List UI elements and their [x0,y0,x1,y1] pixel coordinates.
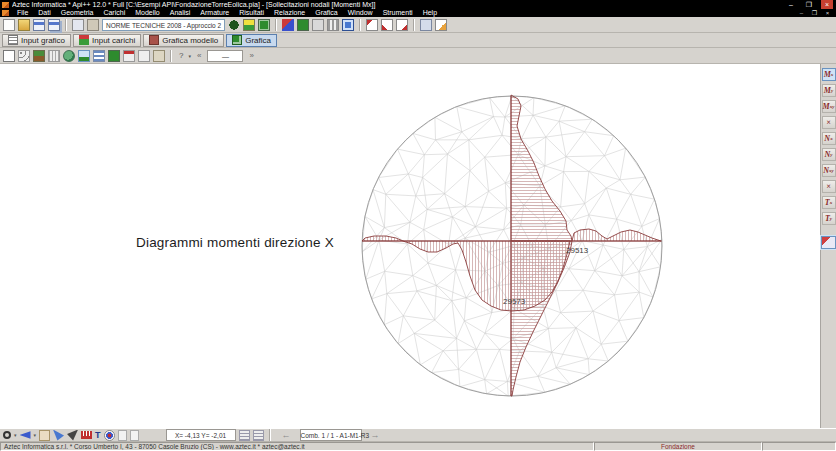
hatch-view-icon[interactable] [48,50,60,62]
tab-label: Input carichi [92,36,135,45]
back-view-icon[interactable] [20,430,31,441]
copy-view-icon[interactable] [130,430,139,441]
back-caret-icon[interactable]: ▾ [34,432,37,438]
bands-view-icon[interactable] [93,50,105,62]
caret-down-icon[interactable]: ▾ [188,53,191,59]
menu-help[interactable]: Help [418,9,442,17]
select-cursor-icon[interactable] [53,430,64,441]
pan-hand-icon[interactable] [39,430,50,441]
strata-view-icon[interactable] [33,50,45,62]
grid-options-icon[interactable] [327,19,339,31]
units-icon[interactable] [72,19,84,31]
deformed-view-icon[interactable] [63,50,75,62]
child-restore-button[interactable]: ❐ [810,9,819,17]
context-panel: Fondazione [594,442,762,451]
stratigraphy-icon[interactable] [243,19,255,31]
normative-icon[interactable] [87,19,99,31]
coordinates-readout: X= -4,13 Y= -2,01 [166,429,236,441]
close-button[interactable]: × [821,0,833,9]
titlebar: Aztec Informatica * Api++ 12.0 * Full [C… [0,0,836,9]
zoom-icon[interactable] [3,431,11,439]
tab-input-carichi[interactable]: Input carichi [73,34,141,47]
nodes-view-icon[interactable] [18,50,30,62]
side-button-mx[interactable]: Mx [822,68,836,81]
next-scale-button[interactable]: » [246,50,256,62]
moment-x-right [572,229,661,241]
table-results-2-icon[interactable] [381,19,393,31]
menu-risultati[interactable]: Risultati [234,9,269,17]
side-button-mxy[interactable]: Mxy [822,100,836,113]
mesh-icon[interactable] [258,19,270,31]
child-close-button[interactable]: × [823,9,832,17]
child-minimize-button[interactable]: – [797,9,806,17]
material-icon[interactable] [228,19,240,31]
plate-results-icon[interactable] [821,236,836,249]
menu-geometria[interactable]: Geometria [56,9,99,17]
menu-strumenti[interactable]: Strumenti [378,9,418,17]
table-results-3-icon[interactable] [396,19,408,31]
snap-points-icon[interactable] [253,430,264,441]
menu-analisi[interactable]: Analisi [165,9,196,17]
side-button-tx[interactable]: Tx [822,196,836,209]
snap-grid-icon[interactable] [239,430,250,441]
side-button-nx[interactable]: Nx [822,132,836,145]
model-view-icon [149,35,159,45]
side-button-x-7[interactable]: × [822,180,836,193]
menu-modello[interactable]: Modello [130,9,165,17]
filled-view-icon[interactable] [108,50,120,62]
menu-dati[interactable]: Dati [33,9,55,17]
side-button-x-3[interactable]: × [822,116,836,129]
tab-grafica-modello[interactable]: Grafica modello [143,34,224,47]
curve-view-icon[interactable] [138,50,150,62]
help-button[interactable]: ? [177,51,185,60]
results-side-toolbar: MxMyMxy×NxNyNxy×TxTy [820,64,836,428]
notify-icon[interactable] [312,19,324,31]
outline-view-icon[interactable] [3,50,15,62]
chart-view-icon[interactable] [123,50,135,62]
table-results-1-icon[interactable] [366,19,378,31]
moment-x-main [403,241,570,311]
prev-scale-button[interactable]: « [194,50,204,62]
scale-field[interactable]: — [207,50,243,62]
menu-file[interactable]: File [12,9,33,17]
norme-combo[interactable]: NORME TECNICHE 2008 - Approccio 2 [102,19,225,31]
grid-icon [8,35,18,45]
separator [413,19,415,31]
prev-combination-button[interactable]: ← [276,429,297,441]
open-file-icon[interactable] [18,19,30,31]
text-tool-icon[interactable]: T [95,430,101,441]
print-preview-icon[interactable] [420,19,432,31]
menubar: FileDatiGeometriaCarichiModelloAnalisiAr… [0,9,836,17]
refresh-icon[interactable] [342,19,354,31]
menu-armature[interactable]: Armature [195,9,234,17]
side-button-my[interactable]: My [822,84,836,97]
snapshot-icon[interactable] [118,430,127,441]
measure-icon[interactable] [153,50,165,62]
side-button-ny[interactable]: Ny [822,148,836,161]
hatch-tool-icon[interactable] [81,431,92,439]
menu-carichi[interactable]: Carichi [98,9,130,17]
diagram-view-icon[interactable] [78,50,90,62]
orbit-tool-icon[interactable] [104,430,115,441]
side-button-nxy[interactable]: Nxy [822,164,836,177]
menu-relazione[interactable]: Relazione [269,9,310,17]
next-combination-button[interactable]: → [365,429,386,441]
maximize-button[interactable]: ❐ [803,0,815,9]
minimize-button[interactable]: – [785,0,797,9]
model-icon[interactable] [297,19,309,31]
drawing-canvas[interactable]: 2951329573 Diagrammi momenti direzione X [0,64,836,428]
tab-grafica[interactable]: Grafica [226,34,277,47]
run-analysis-icon[interactable] [282,19,294,31]
report-edit-icon[interactable] [435,19,447,31]
combination-selector[interactable]: Comb. 1 / 1 - A1-M1-R3 [300,429,362,441]
zoom-caret-icon[interactable]: ▾ [14,432,17,438]
menu-grafica[interactable]: Grafica [310,9,343,17]
save-all-icon[interactable] [48,19,60,31]
company-info: Aztec Informatica s.r.l. * Corso Umberto… [0,442,594,451]
tab-input-grafico[interactable]: Input grafico [2,34,71,47]
menu-window[interactable]: Window [343,9,378,17]
new-file-icon[interactable] [3,19,15,31]
fly-view-icon[interactable] [67,430,78,441]
save-icon[interactable] [33,19,45,31]
side-button-ty[interactable]: Ty [822,212,836,225]
